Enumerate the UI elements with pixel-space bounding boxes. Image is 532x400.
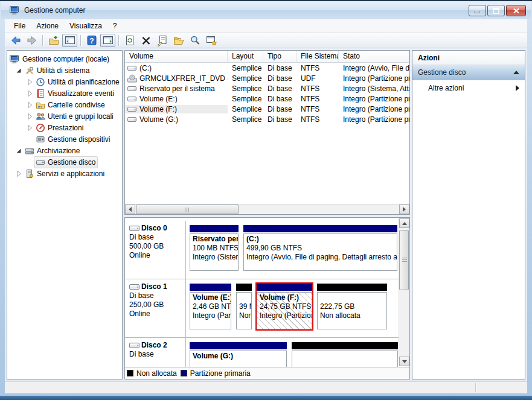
- expander-collapsed-icon[interactable]: [25, 90, 34, 97]
- action-pane-icon: [102, 34, 114, 46]
- partition-volumef[interactable]: Volume (F:)24,75 GB NTFSIntegro (Partizi…: [255, 282, 313, 331]
- maximize-button[interactable]: [487, 5, 505, 16]
- partition-title: Volume (G:): [193, 352, 284, 361]
- vertical-scrollbar-thumb[interactable]: [399, 230, 409, 290]
- sidebar-item-prestazioni[interactable]: Prestazioni: [7, 122, 122, 133]
- disk-icon: [129, 342, 139, 349]
- tree-item-label: Archiviazione: [37, 147, 80, 155]
- titlebar[interactable]: Gestione computer: [1, 1, 531, 19]
- expander-collapsed-icon[interactable]: [25, 78, 34, 86]
- manage-button[interactable]: [204, 34, 219, 47]
- sidebar-item-gestione-computer-locale-[interactable]: Gestione computer (locale): [7, 53, 122, 65]
- expander-collapsed-icon[interactable]: [25, 113, 34, 120]
- sidebar-item-gestione-dispositivi[interactable]: Gestione dispositivi: [7, 133, 122, 145]
- disk-row-disco-0: Disco 0Di base500,00 GBOnlineRiservato p…: [125, 221, 399, 279]
- menu-item-azione[interactable]: Azione: [31, 21, 64, 31]
- forward-button[interactable]: [24, 34, 39, 47]
- menu-item-file[interactable]: File: [8, 21, 31, 31]
- volume-icon: [127, 95, 137, 103]
- scroll-left-button[interactable]: [125, 205, 135, 214]
- refresh-button[interactable]: [122, 34, 137, 47]
- partition-title: [239, 293, 249, 302]
- partition-unallocated[interactable]: 222,75 GBNon allocata: [316, 282, 388, 331]
- toolbar-separator: [42, 35, 43, 46]
- volume-row[interactable]: Volume (E:)SempliceDi baseNTFSIntegro (P…: [125, 94, 409, 104]
- partition-status: Integro (Avvio, File di paging, Dettagli…: [246, 253, 395, 262]
- volume-layout: Semplice: [228, 84, 263, 93]
- volume-row[interactable]: Riservato per il sistemaSempliceDi baseN…: [125, 83, 409, 94]
- volume-row[interactable]: Volume (G:)SempliceDi baseNTFSIntegro (P…: [125, 114, 409, 124]
- horizontal-scrollbar-thumb[interactable]: [136, 205, 239, 214]
- minimize-icon: [474, 8, 481, 13]
- close-button[interactable]: [506, 5, 526, 16]
- scroll-down-button[interactable]: [399, 357, 409, 366]
- legend-swatch: [181, 370, 187, 376]
- refresh-icon: [124, 34, 136, 46]
- disk-partitions: Volume (E:)2,46 GB NTFSIntegro (Partizio…: [186, 279, 399, 337]
- partition-unallocated[interactable]: 39 MBNon allocata: [235, 282, 253, 331]
- column-header-layout[interactable]: Layout: [228, 51, 263, 62]
- main-panel: VolumeLayoutTipoFile SistemaStato (C:)Se…: [124, 50, 410, 379]
- actions-section-gestione-disco[interactable]: Gestione disco: [412, 65, 525, 80]
- disk-rows: Disco 0Di base500,00 GBOnlineRiservato p…: [125, 218, 399, 367]
- help-button[interactable]: ?: [84, 34, 99, 47]
- scroll-right-button[interactable]: [399, 205, 409, 214]
- console-tree-button[interactable]: [62, 34, 77, 47]
- delete-button[interactable]: [138, 34, 153, 47]
- sidebar-item-cartelle-condivise[interactable]: Cartelle condivise: [7, 99, 122, 110]
- volume-name-cell: Riservato per il sistema: [125, 84, 228, 93]
- expander-collapsed-icon[interactable]: [14, 170, 23, 177]
- disk-label[interactable]: Disco 1Di base250,00 GBOnline: [125, 279, 186, 337]
- sidebar-item-utilit-di-pianificazione[interactable]: Utilità di pianificazione: [7, 76, 122, 87]
- properties-button[interactable]: [155, 34, 170, 47]
- vertical-scrollbar[interactable]: [399, 218, 409, 366]
- volume-row[interactable]: GRMCULXFRER_IT_DVD (D:)SempliceDi baseUD…: [125, 73, 409, 83]
- volume-row[interactable]: Volume (F:)SempliceDi baseNTFSIntegro (P…: [125, 104, 409, 114]
- action-pane-button[interactable]: [100, 34, 115, 47]
- menu-item-[interactable]: ?: [107, 21, 123, 31]
- partition-volumee[interactable]: Volume (E:)2,46 GB NTFSIntegro (Partizio…: [188, 282, 232, 331]
- scroll-up-button[interactable]: [399, 218, 409, 228]
- partition-volumeg[interactable]: Volume (G:): [188, 341, 288, 367]
- partition-unallocated[interactable]: [290, 341, 399, 367]
- sidebar-item-visualizzatore-eventi[interactable]: Visualizzatore eventi: [7, 87, 122, 99]
- up-level-button[interactable]: [46, 34, 61, 47]
- sidebar-item-utenti-e-gruppi-locali[interactable]: Utenti e gruppi locali: [7, 110, 122, 122]
- partition-status: Non allocata: [320, 311, 385, 320]
- back-button[interactable]: [8, 34, 23, 47]
- volume-file-system: NTFS: [296, 105, 339, 113]
- column-header-tipo[interactable]: Tipo: [263, 51, 296, 62]
- horizontal-scrollbar[interactable]: [125, 204, 409, 214]
- column-header-stato[interactable]: Stato: [339, 51, 409, 62]
- find-button[interactable]: [187, 34, 202, 47]
- sidebar-item-archiviazione[interactable]: Archiviazione: [7, 145, 122, 156]
- menu-bar: FileAzioneVisualizza?: [5, 19, 527, 33]
- sidebar-item-utilit-di-sistema[interactable]: Utilità di sistema: [7, 65, 122, 76]
- disk-name: Disco 2: [129, 341, 184, 350]
- menu-item-visualizza[interactable]: Visualizza: [64, 21, 107, 31]
- partition-type-band: [190, 284, 231, 291]
- svg-text:?: ?: [89, 36, 94, 45]
- open-folder-button[interactable]: [171, 34, 186, 47]
- sidebar-item-gestione-disco[interactable]: Gestione disco: [7, 156, 122, 168]
- partition-riservatoperilsistema[interactable]: Riservato per il sistema100 MB NTFSInteg…: [188, 224, 240, 272]
- volume-row[interactable]: (C:)SempliceDi baseNTFSIntegro (Avvio, F…: [125, 63, 409, 73]
- minimize-button[interactable]: [469, 5, 486, 16]
- expander-collapsed-icon[interactable]: [25, 124, 34, 132]
- disk-name-text: Disco 2: [141, 341, 167, 350]
- disk-label[interactable]: Disco 0Di base500,00 GBOnline: [125, 221, 186, 279]
- expander-collapsed-icon[interactable]: [25, 101, 34, 109]
- expander-expanded-icon[interactable]: [14, 67, 23, 74]
- expander-expanded-icon[interactable]: [14, 147, 23, 154]
- sidebar-item-servizi-e-applicazioni[interactable]: Servizi e applicazioni: [7, 168, 122, 179]
- disk-name: Disco 0: [129, 224, 184, 233]
- actions-item-altre-azioni[interactable]: Altre azioni: [412, 80, 525, 96]
- collapse-icon[interactable]: [513, 71, 519, 74]
- partition-c[interactable]: (C:)499,90 GB NTFSIntegro (Avvio, File d…: [242, 224, 399, 272]
- disk-name: Disco 1: [129, 282, 184, 291]
- disk-label[interactable]: Disco 2Di base: [125, 338, 186, 367]
- column-header-file-sistema[interactable]: File Sistema: [296, 51, 339, 62]
- disk-label-line: Online: [129, 310, 184, 319]
- volume-file-system: NTFS: [296, 95, 339, 103]
- column-header-volume[interactable]: Volume: [125, 51, 228, 62]
